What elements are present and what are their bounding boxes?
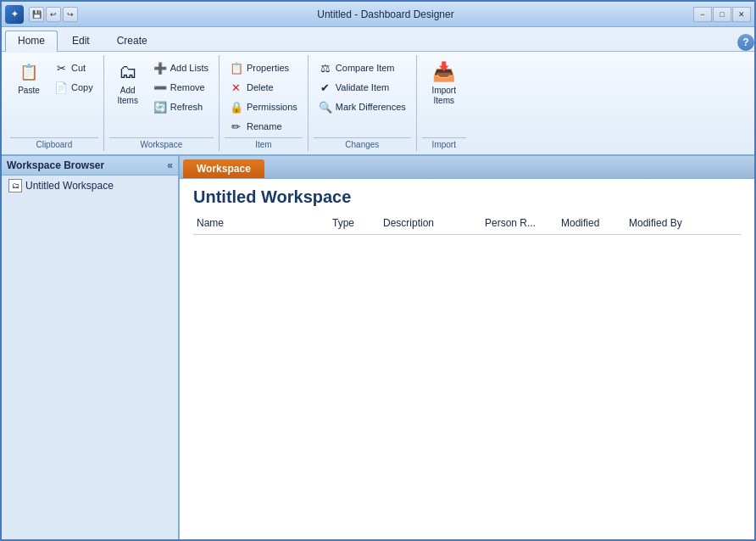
ribbon: Home Edit Create ? 📋 Paste ✂ Cut 📄 (2, 27, 754, 156)
ribbon-group-changes: ⚖ Compare Item ✔ Validate Item 🔍 Mark Di… (309, 55, 417, 151)
copy-icon: 📄 (54, 81, 68, 94)
sidebar-collapse-button[interactable]: « (167, 159, 173, 171)
import-items-icon: 📥 (432, 60, 456, 84)
remove-label: Remove (170, 82, 205, 92)
col-description: Description (380, 215, 481, 231)
app-icon: ✦ (5, 5, 24, 24)
content-table: Name Type Description Person R... Modifi… (180, 212, 754, 541)
workspace-small-buttons: ➕ Add Lists ➖ Remove 🔄 Refresh (148, 57, 214, 116)
cut-label: Cut (71, 63, 86, 73)
add-items-label: AddItems (117, 86, 137, 106)
save-quick-btn[interactable]: 💾 (29, 7, 44, 22)
paste-button[interactable]: 📋 Paste (10, 57, 47, 99)
delete-button[interactable]: ✕ Delete (225, 78, 303, 97)
add-lists-label: Add Lists (170, 63, 208, 73)
ribbon-group-item: 📋 Properties ✕ Delete 🔒 Permissions ✏ Re… (220, 55, 309, 151)
col-modified: Modified (558, 215, 625, 231)
copy-label: Copy (71, 82, 93, 92)
ribbon-content: 📋 Paste ✂ Cut 📄 Copy Clipboard (2, 51, 754, 154)
compare-item-button[interactable]: ⚖ Compare Item (314, 59, 411, 77)
properties-icon: 📋 (230, 61, 243, 75)
window-title: Untitled - Dashboard Designer (78, 8, 693, 20)
content-area: Workspace Untitled Workspace Name Type D… (180, 156, 754, 541)
workspace-browser-title: Workspace Browser (7, 159, 104, 171)
add-items-icon: 🗂 (116, 60, 140, 84)
paste-label: Paste (18, 86, 40, 96)
add-lists-button[interactable]: ➕ Add Lists (148, 59, 214, 77)
table-header-row: Name Type Description Person R... Modifi… (193, 212, 741, 235)
workspace-content-tab[interactable]: Workspace (183, 159, 264, 178)
maximize-button[interactable]: □ (713, 7, 731, 22)
item-group-label: Item (225, 137, 303, 151)
cut-button[interactable]: ✂ Cut (49, 59, 98, 77)
validate-item-icon: ✔ (319, 81, 332, 94)
permissions-label: Permissions (247, 102, 297, 112)
workspace-group-content: 🗂 AddItems ➕ Add Lists ➖ Remove 🔄 Refres… (109, 57, 214, 136)
mark-differences-icon: 🔍 (319, 100, 332, 114)
add-items-button[interactable]: 🗂 AddItems (109, 57, 147, 109)
refresh-label: Refresh (170, 102, 203, 112)
workspace-item-label: Untitled Workspace (25, 180, 114, 192)
permissions-icon: 🔒 (230, 100, 243, 114)
mark-differences-button[interactable]: 🔍 Mark Differences (314, 98, 411, 116)
import-items-label: ImportItems (432, 86, 456, 106)
compare-item-icon: ⚖ (319, 61, 332, 75)
add-lists-icon: ➕ (153, 61, 167, 75)
ribbon-group-clipboard: 📋 Paste ✂ Cut 📄 Copy Clipboard (5, 55, 104, 151)
rename-label: Rename (247, 121, 282, 131)
validate-item-button[interactable]: ✔ Validate Item (314, 78, 411, 97)
cut-icon: ✂ (54, 61, 68, 75)
delete-icon: ✕ (230, 81, 243, 94)
col-modified-by: Modified By (625, 215, 741, 231)
sidebar-header: Workspace Browser « (2, 156, 178, 176)
changes-group-label: Changes (314, 137, 411, 151)
workspace-content-title: Untitled Workspace (180, 179, 754, 212)
validate-item-label: Validate Item (336, 82, 389, 92)
properties-button[interactable]: 📋 Properties (225, 59, 303, 77)
minimize-button[interactable]: − (693, 7, 712, 22)
workspace-browser-panel: Workspace Browser « 🗂 Untitled Workspace (2, 156, 180, 541)
import-items-button[interactable]: 📥 ImportItems (422, 57, 466, 109)
rename-button[interactable]: ✏ Rename (225, 117, 303, 136)
tab-edit[interactable]: Edit (59, 31, 103, 51)
mark-differences-label: Mark Differences (336, 102, 406, 112)
ribbon-group-import: 📥 ImportItems Import (417, 55, 471, 151)
clipboard-group-content: 📋 Paste ✂ Cut 📄 Copy (10, 57, 98, 136)
col-name: Name (193, 215, 329, 231)
undo-quick-btn[interactable]: ↩ (46, 7, 61, 22)
title-bar: ✦ 💾 ↩ ↪ Untitled - Dashboard Designer − … (2, 2, 754, 27)
copy-button[interactable]: 📄 Copy (49, 78, 98, 97)
changes-group-content: ⚖ Compare Item ✔ Validate Item 🔍 Mark Di… (314, 57, 411, 136)
import-group-content: 📥 ImportItems (422, 57, 466, 136)
sidebar-item-untitled-workspace[interactable]: 🗂 Untitled Workspace (2, 176, 178, 196)
remove-icon: ➖ (153, 81, 167, 94)
title-bar-left: ✦ 💾 ↩ ↪ (5, 5, 78, 24)
col-type: Type (329, 215, 380, 231)
content-tab-bar: Workspace (180, 156, 754, 179)
rename-icon: ✏ (230, 120, 243, 133)
refresh-button[interactable]: 🔄 Refresh (148, 98, 214, 116)
help-button[interactable]: ? (737, 34, 754, 51)
workspace-item-icon: 🗂 (8, 179, 22, 192)
workspace-group-label: Workspace (109, 137, 214, 151)
main-area: Workspace Browser « 🗂 Untitled Workspace… (2, 156, 754, 541)
import-group-label: Import (422, 137, 466, 151)
tab-create[interactable]: Create (104, 31, 160, 51)
window-controls: − □ ✕ (693, 7, 751, 22)
redo-quick-btn[interactable]: ↪ (63, 7, 78, 22)
clipboard-group-label: Clipboard (10, 137, 98, 151)
delete-label: Delete (247, 82, 274, 92)
permissions-button[interactable]: 🔒 Permissions (225, 98, 303, 116)
properties-label: Properties (247, 63, 289, 73)
changes-small-buttons: ⚖ Compare Item ✔ Validate Item 🔍 Mark Di… (314, 57, 411, 116)
clipboard-small-buttons: ✂ Cut 📄 Copy (49, 57, 98, 97)
item-small-buttons: 📋 Properties ✕ Delete 🔒 Permissions ✏ Re… (225, 57, 303, 136)
ribbon-group-workspace: 🗂 AddItems ➕ Add Lists ➖ Remove 🔄 Refres… (104, 55, 220, 151)
paste-icon: 📋 (17, 60, 41, 84)
col-person-r: Person R... (481, 215, 558, 231)
close-button[interactable]: ✕ (732, 7, 751, 22)
remove-button[interactable]: ➖ Remove (148, 78, 214, 97)
refresh-icon: 🔄 (153, 100, 167, 114)
tab-home[interactable]: Home (5, 31, 58, 53)
ribbon-tab-bar: Home Edit Create ? (2, 27, 754, 51)
